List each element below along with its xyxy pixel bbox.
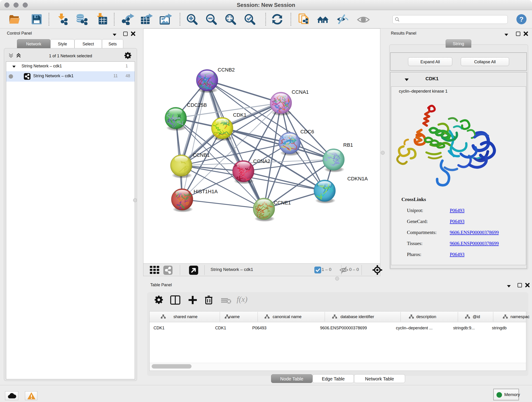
- svg-text:CDK1: CDK1: [233, 112, 247, 118]
- svg-text:CCNB2: CCNB2: [218, 67, 235, 73]
- svg-text:RB1: RB1: [343, 142, 353, 148]
- svg-text:?: ?: [519, 15, 524, 23]
- svg-text:CCNB1: CCNB1: [193, 152, 210, 158]
- svg-text:CCNA2: CCNA2: [253, 158, 270, 164]
- svg-text:HIST1H1A: HIST1H1A: [194, 189, 218, 194]
- svg-text:CDC6: CDC6: [300, 129, 314, 134]
- svg-text:CCNA1: CCNA1: [292, 89, 309, 95]
- svg-text:CDC25B: CDC25B: [187, 102, 207, 108]
- svg-text:CCNE1: CCNE1: [274, 200, 291, 206]
- svg-text:CDKN1A: CDKN1A: [347, 176, 368, 182]
